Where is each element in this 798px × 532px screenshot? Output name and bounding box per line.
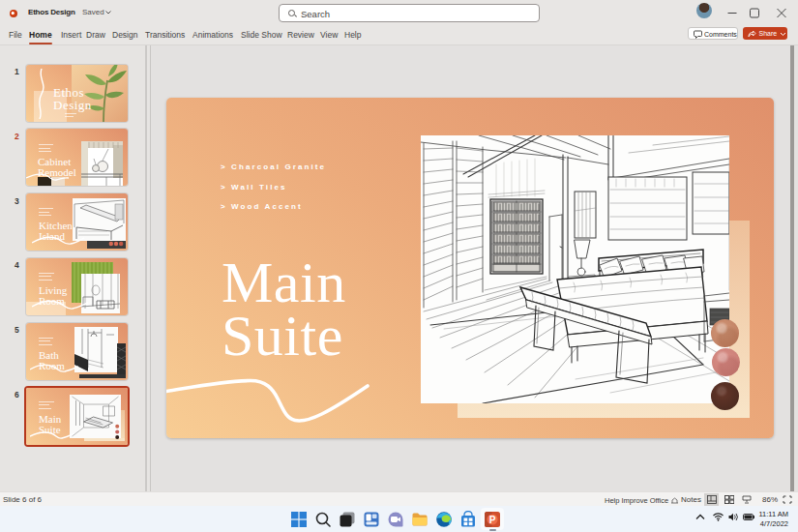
svg-text:P: P	[489, 514, 496, 524]
